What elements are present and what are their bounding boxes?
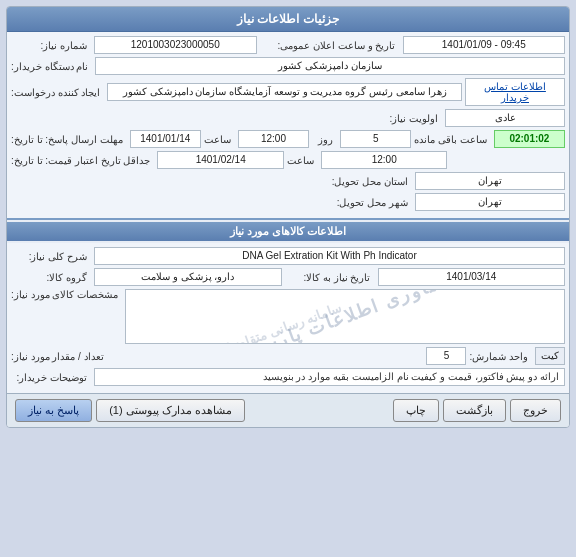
shomare-niaz-value: 1201003023000050 [94, 36, 257, 54]
moshakhasat-label: مشخصات کالای مورد نیاز: [11, 289, 122, 300]
row-ijad-konande: اطلاعات تماس خریدار زهرا سامعی رئیس گروه… [11, 78, 565, 106]
mohlet-ersal-saet-label: ساعت [204, 134, 235, 145]
shomare-niaz-label: شماره نیاز: [11, 40, 91, 51]
row-mohlet-ersal: 02:01:02 ساعت باقی مانده 5 روز 12:00 ساع… [11, 130, 565, 148]
watermark-text1: مرکز فناوری اطلاعات پارس ناداداد [191, 289, 499, 344]
mohlet-ersal-label: مهلت ارسال پاسخ: تا تاریخ: [11, 134, 127, 145]
row-tozihaat: ارائه دو پیش فاکتور، قیمت و کیفیت نام ال… [11, 368, 565, 386]
jadval-tarikh-saet-label: ساعت [287, 155, 318, 166]
mohlet-ersal-saet: 12:00 [238, 130, 309, 148]
jadval-tarikh-date: 1401/02/14 [157, 151, 284, 169]
moshakhasat-box: مرکز فناوری اطلاعات پارس ناداداد سامانه … [125, 289, 565, 344]
footer-buttons: خروج بازگشت چاپ مشاهده مدارک پیوستی (1) … [7, 393, 569, 427]
view-button[interactable]: مشاهده مدارک پیوستی (1) [96, 399, 245, 422]
avoliat-value: عادی [445, 109, 565, 127]
tedaad-value: 5 [426, 347, 466, 365]
etelaaat-tamas[interactable]: اطلاعات تماس خریدار [465, 78, 565, 106]
jadval-tarikh-label: جداقل تاریخ اعتبار قیمت: تا تاریخ: [11, 155, 154, 166]
roz-value: 5 [340, 130, 411, 148]
main-container: جزئیات اطلاعات نیاز 1401/01/09 - 09:45 ت… [6, 6, 570, 428]
row-shahr: تهران شهر محل تحویل: [11, 193, 565, 211]
row-nam-dastan: سازمان دامپزشکی کشور نام دستگاه خریدار: [11, 57, 565, 75]
left-buttons: خروج بازگشت چاپ [393, 399, 561, 422]
tarikh-saet-label: تاریخ و ساعت اعلان عمومی: [260, 40, 400, 51]
row-tedaad: کیت واحد شمارش: 5 تعداد / مقدار مورد نیا… [11, 347, 565, 365]
shahr-value: تهران [415, 193, 565, 211]
watermark-text2: سامانه رسانی متقاضیان [215, 300, 343, 344]
ostan-label: استان محل تحویل: [332, 176, 412, 187]
header-title: جزئیات اطلاعات نیاز [237, 12, 339, 26]
nam-dastan-label: نام دستگاه خریدار: [11, 61, 92, 72]
bazgasht-button[interactable]: بازگشت [443, 399, 506, 422]
goroh-value: دارو، پزشکی و سلامت [94, 268, 282, 286]
needs-section: DNA Gel Extration Kit With Ph Indicator … [7, 243, 569, 393]
needs-header-title: اطلاعات کالاهای مورد نیاز [230, 225, 346, 237]
tedaad-label: تعداد / مقدار مورد نیاز: [11, 351, 108, 362]
shahr-label: شهر محل تحویل: [332, 197, 412, 208]
row-jadval-tarikh: 12:00 ساعت 1401/02/14 جداقل تاریخ اعتبار… [11, 151, 565, 169]
pasokh-button[interactable]: پاسخ به نیاز [15, 399, 92, 422]
ijad-konande-value: زهرا سامعی رئیس گروه مدیریت و توسعه آزما… [107, 83, 462, 101]
right-buttons: مشاهده مدارک پیوستی (1) پاسخ به نیاز [15, 399, 245, 422]
avoliat-label: اولویت نیاز: [362, 113, 442, 124]
row-sharh: DNA Gel Extration Kit With Ph Indicator … [11, 247, 565, 265]
vahed-label: واحد شمارش: [469, 351, 532, 362]
tarikh-niar-value: 1401/03/14 [378, 268, 566, 286]
needs-header: اطلاعات کالاهای مورد نیاز [7, 222, 569, 241]
tozihaat-value: ارائه دو پیش فاکتور، قیمت و کیفیت نام ال… [94, 368, 565, 386]
ijad-konande-label: ایجاد کننده درخواست: [11, 87, 104, 98]
ostan-value: تهران [415, 172, 565, 190]
tarikh-saet-value: 1401/01/09 - 09:45 [403, 36, 566, 54]
row-shomare-tarikh: 1401/01/09 - 09:45 تاریخ و ساعت اعلان عم… [11, 36, 565, 54]
section-header: جزئیات اطلاعات نیاز [7, 7, 569, 32]
sharh-value: DNA Gel Extration Kit With Ph Indicator [94, 247, 565, 265]
chap-button[interactable]: چاپ [393, 399, 439, 422]
saet-baghi-label: ساعت باقی مانده [414, 134, 491, 145]
khoroj-button[interactable]: خروج [510, 399, 561, 422]
goroh-label: گروه کالا: [11, 272, 91, 283]
jadval-tarikh-saet: 12:00 [321, 151, 448, 169]
row-goroh-tarikh: 1401/03/14 تاریخ نیاز به کالا: دارو، پزش… [11, 268, 565, 286]
row-avoliat: عادی اولویت نیاز: [11, 109, 565, 127]
nam-dastan-value: سازمان دامپزشکی کشور [95, 57, 565, 75]
saet-baghi-value: 02:01:02 [494, 130, 565, 148]
info-section: 1401/01/09 - 09:45 تاریخ و ساعت اعلان عم… [7, 32, 569, 220]
mohlet-ersal-date: 1401/01/14 [130, 130, 201, 148]
tarikh-niar-label: تاریخ نیاز به کالا: [285, 272, 375, 283]
vahed-value: کیت [535, 347, 565, 365]
row-ostan: تهران استان محل تحویل: [11, 172, 565, 190]
sharh-label: شرح کلی نیاز: [11, 251, 91, 262]
row-moshakhasat: مرکز فناوری اطلاعات پارس ناداداد سامانه … [11, 289, 565, 344]
tozihaat-label: توضیحات خریدار: [11, 372, 91, 383]
tedaad-inline: کیت واحد شمارش: 5 [111, 347, 565, 365]
roz-label: روز [312, 134, 337, 145]
